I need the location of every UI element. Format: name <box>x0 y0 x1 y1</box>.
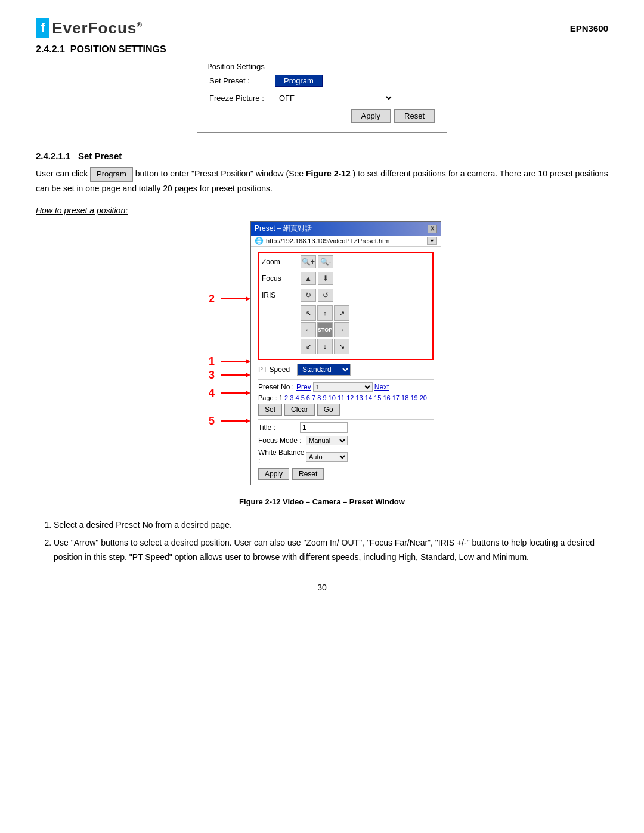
zoom-row: Zoom 🔍+ 🔍- <box>262 255 430 268</box>
page-current[interactable]: 1 <box>279 394 283 401</box>
page-9[interactable]: 9 <box>323 394 326 401</box>
page-number: 30 <box>36 583 608 592</box>
freeze-picture-label: Freeze Picture : <box>209 94 275 103</box>
address-dropdown[interactable]: ▼ <box>427 237 437 245</box>
svg-marker-5 <box>246 373 250 377</box>
page-2[interactable]: 2 <box>284 394 288 401</box>
how-to-label: How to preset a position: <box>36 206 608 215</box>
controls-red-box: Zoom 🔍+ 🔍- Focus ▲ ⬇ <box>258 252 434 360</box>
freeze-select-wrap: OFF ON <box>275 92 394 104</box>
prev-link[interactable]: Prev <box>296 383 311 391</box>
preset-window-close[interactable]: X <box>428 225 437 233</box>
list-item-2: Use "Arrow" buttons to select a desired … <box>54 536 608 565</box>
next-link[interactable]: Next <box>374 383 389 391</box>
page-13[interactable]: 13 <box>356 394 363 401</box>
left-btn[interactable]: ← <box>301 322 316 337</box>
iris-buttons: ↻ ↺ <box>301 289 333 302</box>
page-11[interactable]: 11 <box>338 394 345 401</box>
page-14[interactable]: 14 <box>365 394 372 401</box>
svg-marker-3 <box>246 359 250 364</box>
pw-apply-button[interactable]: Apply <box>258 468 289 480</box>
preset-no-label: Preset No : <box>258 383 294 391</box>
browser-icon: 🌐 <box>255 237 264 245</box>
clear-button[interactable]: Clear <box>284 404 315 416</box>
model-name: EPN3600 <box>570 23 608 33</box>
freeze-picture-select[interactable]: OFF ON <box>275 92 394 104</box>
body-paragraph-1: User can click Program button to enter "… <box>36 167 608 195</box>
zoom-label: Zoom <box>262 258 301 266</box>
pw-reset-button[interactable]: Reset <box>292 468 324 480</box>
figure-caption: Figure 2-12 Video – Camera – Preset Wind… <box>36 497 608 506</box>
program-button[interactable]: Program <box>275 75 323 87</box>
page-8[interactable]: 8 <box>317 394 321 401</box>
down-right-btn[interactable]: ↘ <box>334 339 349 354</box>
reset-button[interactable]: Reset <box>394 109 435 123</box>
address-text: http://192.168.13.109/videoPTZPreset.htm <box>266 237 425 244</box>
figure-ref: Figure 2-12 <box>306 169 351 178</box>
page-row: Page : 1 2 3 4 5 6 7 8 9 10 11 12 13 14 <box>258 394 434 401</box>
preset-no-row: Preset No : Prev 1 ———— Next <box>258 382 434 392</box>
set-button[interactable]: Set <box>258 404 282 416</box>
preset-address-bar: 🌐 http://192.168.13.109/videoPTZPreset.h… <box>251 236 441 247</box>
page-17[interactable]: 17 <box>392 394 400 401</box>
subsection-title: 2.4.2.1.1 Set Preset <box>36 151 608 161</box>
page-18[interactable]: 18 <box>401 394 408 401</box>
page-7[interactable]: 7 <box>312 394 315 401</box>
go-button[interactable]: Go <box>317 404 340 416</box>
title-label: Title : <box>258 423 300 432</box>
focus-mode-select[interactable]: Manual Auto <box>306 436 348 445</box>
page-6[interactable]: 6 <box>306 394 310 401</box>
page-15[interactable]: 15 <box>374 394 381 401</box>
up-right-btn[interactable]: ↗ <box>334 305 349 321</box>
page-5[interactable]: 5 <box>301 394 305 401</box>
divider-2 <box>258 419 434 420</box>
down-left-btn[interactable]: ↙ <box>301 339 316 354</box>
instructions-list: Select a desired Preset No from a desire… <box>54 518 608 564</box>
pt-speed-select[interactable]: Standard High Low Minimum <box>297 364 351 376</box>
page-3[interactable]: 3 <box>290 394 293 401</box>
box-title: Position Settings <box>205 62 267 71</box>
right-btn[interactable]: → <box>334 322 349 337</box>
down-btn[interactable]: ↓ <box>317 339 333 354</box>
page-4[interactable]: 4 <box>295 394 299 401</box>
zoom-in-btn[interactable]: 🔍+ <box>301 255 316 268</box>
white-balance-label: White Balance : <box>258 448 306 465</box>
focus-buttons: ▲ ⬇ <box>301 272 333 285</box>
set-preset-label: Set Preset : <box>209 76 275 85</box>
focus-mode-row: Focus Mode : Manual Auto <box>258 436 434 445</box>
stop-btn[interactable]: STOP <box>317 322 333 337</box>
iris-label: IRIS <box>262 291 301 299</box>
page-19[interactable]: 19 <box>410 394 417 401</box>
annotation-arrows <box>203 221 250 472</box>
title-input[interactable] <box>300 422 348 433</box>
svg-marker-7 <box>246 391 250 395</box>
zoom-out-btn[interactable]: 🔍- <box>318 255 333 268</box>
up-btn[interactable]: ↑ <box>317 305 333 321</box>
pw-apply-reset-row: Apply Reset <box>258 468 434 480</box>
up-left-btn[interactable]: ↖ <box>301 305 316 321</box>
preset-window-titlebar: Preset – 網頁對話 X <box>251 222 441 236</box>
focus-near-btn[interactable]: ⬇ <box>318 272 333 285</box>
focus-mode-label: Focus Mode : <box>258 436 306 445</box>
iris-open-btn[interactable]: ↻ <box>301 289 316 302</box>
section-title: 2.4.2.1 POSITION SETTINGS <box>36 44 608 55</box>
apply-button[interactable]: Apply <box>351 109 391 123</box>
page-16[interactable]: 16 <box>383 394 390 401</box>
page-20[interactable]: 20 <box>420 394 427 401</box>
svg-marker-1 <box>246 296 250 301</box>
page-12[interactable]: 12 <box>346 394 354 401</box>
set-clear-go-row: Set Clear Go <box>258 404 434 416</box>
position-settings-panel: Position Settings Set Preset : Program F… <box>197 67 447 133</box>
logo: f EverFocus® <box>36 18 143 38</box>
focus-far-btn[interactable]: ▲ <box>301 272 316 285</box>
white-balance-select[interactable]: Auto Manual <box>306 452 348 462</box>
svg-marker-9 <box>246 419 250 423</box>
preset-window: Preset – 網頁對話 X 🌐 http://192.168.13.109/… <box>250 221 441 485</box>
title-row: Title : <box>258 422 434 433</box>
focus-row: Focus ▲ ⬇ <box>262 272 430 285</box>
preset-no-select[interactable]: 1 ———— <box>313 382 373 392</box>
iris-close-btn[interactable]: ↺ <box>318 289 333 302</box>
page-10[interactable]: 10 <box>329 394 336 401</box>
focus-label: Focus <box>262 274 301 283</box>
iris-row: IRIS ↻ ↺ <box>262 289 430 302</box>
